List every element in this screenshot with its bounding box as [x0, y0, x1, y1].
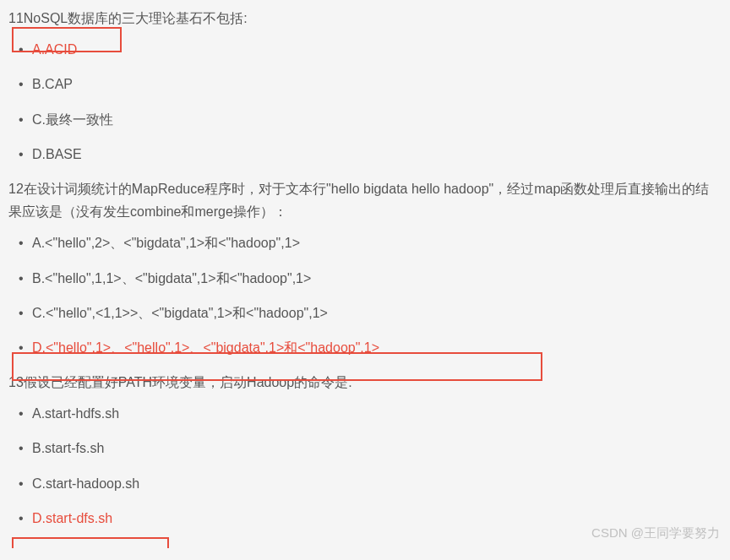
question-11: 11NoSQL数据库的三大理论基石不包括: A.ACID B.CAP C.最终一…	[8, 7, 722, 166]
option-d: D.start-dfs.sh	[32, 507, 722, 530]
options-list: A.ACID B.CAP C.最终一致性 D.BASE	[8, 38, 722, 166]
option-d: D.<"hello",1>、<"hello",1>、<"bigdata",1>和…	[32, 336, 722, 359]
question-text: 11NoSQL数据库的三大理论基石不包括:	[8, 7, 722, 30]
option-b: B.CAP	[32, 73, 722, 95]
option-c: C.start-hadoop.sh	[32, 472, 722, 495]
question-12: 12在设计词频统计的MapReduce程序时，对于文本行"hello bigda…	[8, 177, 722, 359]
option-c: C.最终一致性	[32, 108, 722, 131]
options-list: A.<"hello",2>、<"bigdata",1>和<"hadoop",1>…	[8, 231, 722, 359]
option-d: D.BASE	[32, 143, 722, 166]
question-text: 12在设计词频统计的MapReduce程序时，对于文本行"hello bigda…	[8, 177, 722, 223]
option-a: A.ACID	[32, 38, 722, 61]
option-a: A.start-hdfs.sh	[32, 402, 722, 425]
question-13: 13假设已经配置好PATH环境变量，启动Hadoop的命令是: A.start-…	[8, 371, 722, 530]
answer-highlight-box	[12, 537, 169, 548]
question-text: 13假设已经配置好PATH环境变量，启动Hadoop的命令是:	[8, 371, 722, 394]
option-b: B.<"hello",1,1>、<"bigdata",1>和<"hadoop",…	[32, 267, 722, 290]
option-c: C.<"hello",<1,1>>、<"bigdata",1>和<"hadoop…	[32, 302, 722, 324]
option-a: A.<"hello",2>、<"bigdata",1>和<"hadoop",1>	[32, 231, 722, 254]
option-b: B.start-fs.sh	[32, 437, 722, 459]
options-list: A.start-hdfs.sh B.start-fs.sh C.start-ha…	[8, 402, 722, 530]
